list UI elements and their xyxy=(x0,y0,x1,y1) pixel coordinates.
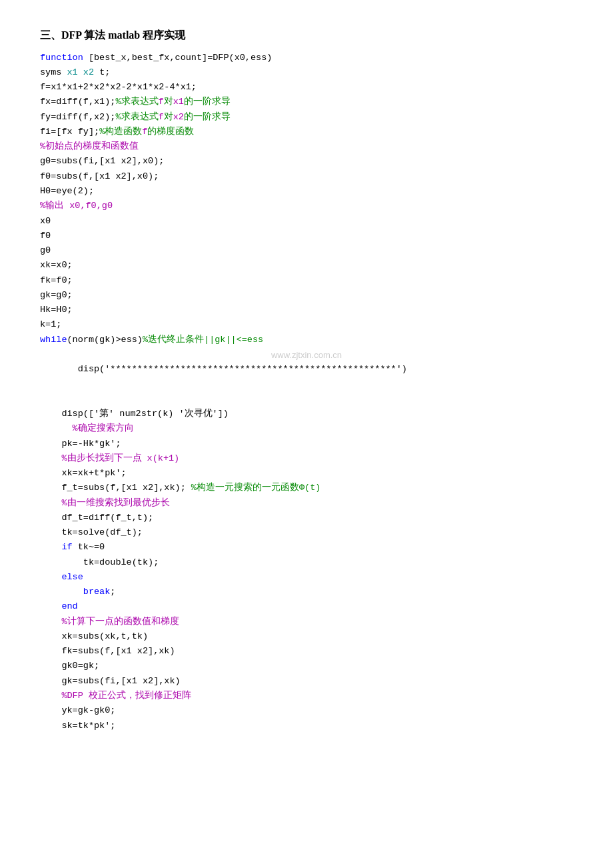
code-line-3: f=x1*x1+2*x2*x2-2*x1*x2-4*x1; xyxy=(40,80,573,95)
code-line-8: g0=subs(fi,[x1 x2],x0); xyxy=(40,154,573,169)
code-line-15: xk=x0; xyxy=(40,258,573,273)
code-line-39: gk0=gk; xyxy=(40,659,573,673)
code-line-1: function [best_x,best_fx,count]=DFP(x0,e… xyxy=(40,51,573,65)
code-line-42: yk=gk-gk0; xyxy=(40,703,573,718)
code-line-2: syms x1 x2 t; xyxy=(40,65,573,80)
code-line-20: while(norm(gk)>ess)%迭代终止条件||gk||<=ess xyxy=(40,333,573,347)
code-line-16: fk=f0; xyxy=(40,273,573,288)
code-line-37: xk=subs(xk,t,tk) xyxy=(40,629,573,644)
code-line-5: fy=diff(f,x2);%求表达式f对x2的一阶求导 xyxy=(40,110,573,125)
code-line-12: x0 xyxy=(40,214,573,229)
code-line-25: %由步长找到下一点 x(k+1) xyxy=(40,451,573,466)
code-line-35: end xyxy=(40,599,573,614)
code-line-27: f_t=subs(f,[x1 x2],xk); %构造一元搜索的一元函数Φ(t) xyxy=(40,481,573,495)
code-line-17: gk=g0; xyxy=(40,288,573,303)
code-line-26: xk=xk+t*pk'; xyxy=(40,466,573,481)
code-line-7: %初始点的梯度和函数值 xyxy=(40,139,573,154)
watermark: www.zjtxin.com.cn xyxy=(40,348,573,362)
code-line-34: break; xyxy=(40,585,573,599)
section-title: 三、DFP 算法 matlab 程序实现 xyxy=(40,27,573,44)
code-line-9: f0=subs(f,[x1 x2],x0); xyxy=(40,169,573,184)
code-line-38: fk=subs(f,[x1 x2],xk) xyxy=(40,644,573,659)
code-line-22: disp(['第' num2str(k) '次寻优']) xyxy=(40,407,573,421)
code-line-28: %由一维搜索找到最优步长 xyxy=(40,496,573,511)
code-line-4: fx=diff(f,x1);%求表达式f对x1的一阶求导 xyxy=(40,95,573,109)
code-line-21: disp('**********************************… xyxy=(40,347,573,407)
code-line-11: %输出 x0,f0,g0 xyxy=(40,199,573,213)
code-line-29: df_t=diff(f_t,t); xyxy=(40,511,573,525)
code-line-18: Hk=H0; xyxy=(40,303,573,317)
code-line-13: f0 xyxy=(40,229,573,243)
code-line-23: %确定搜索方向 xyxy=(40,421,573,436)
code-line-36: %计算下一点的函数值和梯度 xyxy=(40,615,573,629)
code-line-10: H0=eye(2); xyxy=(40,184,573,199)
code-line-14: g0 xyxy=(40,243,573,258)
code-line-43: sk=tk*pk'; xyxy=(40,719,573,733)
code-line-41: %DFP 校正公式，找到修正矩阵 xyxy=(40,689,573,703)
code-line-24: pk=-Hk*gk'; xyxy=(40,437,573,451)
code-block: function [best_x,best_fx,count]=DFP(x0,e… xyxy=(40,51,573,733)
code-line-31: if tk~=0 xyxy=(40,540,573,555)
page-container: 三、DFP 算法 matlab 程序实现 function [best_x,be… xyxy=(40,27,573,733)
code-line-6: fi=[fx fy];%构造函数f的梯度函数 xyxy=(40,125,573,139)
code-line-33: else xyxy=(40,570,573,585)
code-line-19: k=1; xyxy=(40,317,573,332)
code-line-30: tk=solve(df_t); xyxy=(40,525,573,540)
code-line-32: tk=double(tk); xyxy=(40,555,573,570)
code-line-40: gk=subs(fi,[x1 x2],xk) xyxy=(40,674,573,689)
